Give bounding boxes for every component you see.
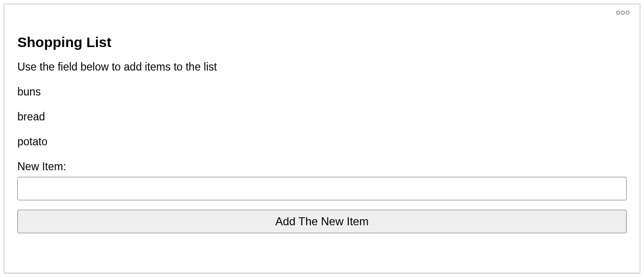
new-item-label: New Item: [17,160,627,173]
add-item-button[interactable]: Add The New Item [17,210,627,233]
new-item-input[interactable] [17,177,627,200]
page-subheading: Use the field below to add items to the … [17,61,627,73]
page-title: Shopping List [17,34,627,50]
items-list: buns bread potato [17,86,627,148]
list-item: buns [17,86,627,98]
list-item: potato [17,135,627,148]
list-item: bread [17,111,627,123]
more-options-icon[interactable] [616,11,629,15]
shopping-list-card: Shopping List Use the field below to add… [4,4,640,273]
